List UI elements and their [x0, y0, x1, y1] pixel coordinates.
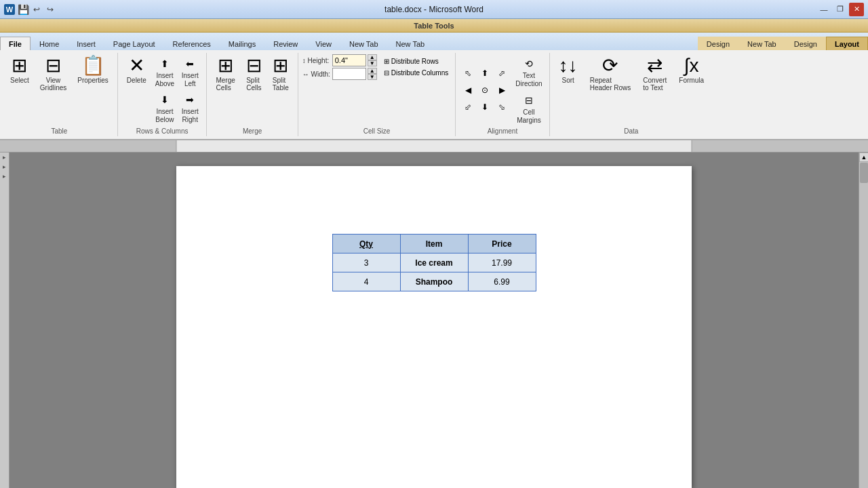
ribbon-group-table: ⊞ Select ⊟ ViewGridlines 📋 Properties Ta…	[1, 53, 118, 136]
gridlines-icon: ⊟	[45, 56, 61, 75]
split-table-icon: ⊞	[273, 56, 288, 75]
properties-button[interactable]: 📋 Properties	[73, 54, 113, 86]
tab-insert[interactable]: Insert	[68, 37, 104, 50]
tab-references[interactable]: References	[164, 37, 220, 50]
text-direction-icon: ⟲	[521, 56, 537, 72]
formula-button[interactable]: ∫x Formula	[674, 54, 709, 86]
header-price: Price	[468, 235, 536, 253]
ribbon: ⊞ Select ⊟ ViewGridlines 📋 Properties Ta…	[0, 50, 868, 140]
sort-icon: ↕↓	[559, 56, 578, 75]
align-tl[interactable]: ⬁	[460, 65, 476, 81]
close-button[interactable]: ✕	[849, 3, 864, 16]
sort-button[interactable]: ↕↓ Sort	[554, 54, 583, 86]
insert-above-icon: ⬆	[157, 56, 173, 72]
split-table-button[interactable]: ⊞ SplitTable	[268, 54, 294, 94]
doc-area: Qty Item Price 3 Ice cream 17.99 4 Shamp…	[9, 152, 859, 488]
width-input[interactable]	[332, 68, 366, 80]
cell-item-2[interactable]: Shampoo	[400, 272, 468, 291]
merge-cells-button[interactable]: ⊞ MergeCells	[211, 54, 239, 94]
restore-button[interactable]: ❐	[833, 3, 848, 16]
scrollbar-vertical[interactable]: ▲ ▼	[859, 152, 868, 488]
width-up[interactable]: ▲	[368, 68, 377, 74]
select-icon: ⊞	[12, 56, 27, 75]
split-cells-button[interactable]: ⊟ SplitCells	[241, 54, 267, 94]
ribbon-group-cell-size: ↕ Height: ▲ ▼ ↔ Width: ▲ ▼	[298, 53, 456, 136]
insert-above-button[interactable]: ⬆ InsertAbove	[153, 54, 177, 89]
cell-size-rows: ↕ Height: ▲ ▼ ↔ Width: ▲ ▼	[302, 54, 451, 80]
minimize-button[interactable]: —	[816, 3, 831, 16]
insert-buttons: ⬆ InsertAbove ⬅ InsertLeft ⬇ InsertBelow…	[153, 54, 203, 125]
delete-icon: ✕	[129, 56, 144, 75]
cell-qty-1[interactable]: 3	[332, 253, 400, 272]
redo-icon[interactable]: ↪	[45, 4, 56, 15]
cell-price-1[interactable]: 17.99	[468, 253, 536, 272]
width-down[interactable]: ▼	[368, 74, 377, 80]
properties-icon: 📋	[81, 56, 105, 75]
height-input[interactable]	[332, 54, 366, 66]
repeat-header-button[interactable]: ⟳ RepeatHeader Rows	[585, 54, 636, 94]
alignment-label: Alignment	[460, 126, 545, 136]
left-indicator-2[interactable]: ▸	[3, 163, 6, 170]
convert-button[interactable]: ⇄ Convertto Text	[638, 54, 671, 94]
distribute-rows-icon: ⊞	[384, 58, 389, 65]
tab-mailings[interactable]: Mailings	[220, 37, 264, 50]
tabletools-label: Table Tools	[414, 22, 454, 30]
tab-review[interactable]: Review	[264, 37, 307, 50]
table-group-label: Table	[5, 126, 113, 136]
distribute-cols-button[interactable]: ⊟ Distribute Columns	[381, 68, 451, 78]
tab-new-tab-2[interactable]: New Tab	[387, 37, 434, 50]
cell-qty-2[interactable]: 4	[332, 272, 400, 291]
table-row-1: 3 Ice cream 17.99	[332, 253, 536, 272]
word-icon[interactable]: W	[4, 4, 15, 15]
rows-cols-label: Rows & Columns	[122, 126, 203, 136]
tab-tt-design2[interactable]: Design	[785, 37, 826, 50]
insert-below-button[interactable]: ⬇ InsertBelow	[153, 90, 177, 125]
merge-group-content: ⊞ MergeCells ⊟ SplitCells ⊞ SplitTable	[211, 54, 293, 126]
align-tc[interactable]: ⬆	[477, 65, 493, 81]
left-indicator-1[interactable]: ▸	[3, 154, 6, 161]
tab-view[interactable]: View	[307, 37, 340, 50]
tab-new-tab-1[interactable]: New Tab	[340, 37, 387, 50]
insert-left-button[interactable]: ⬅ InsertLeft	[178, 54, 202, 89]
svg-rect-1	[0, 140, 176, 152]
tab-tt-newtab[interactable]: New Tab	[738, 37, 785, 50]
align-br[interactable]: ⬂	[494, 99, 510, 115]
view-gridlines-button[interactable]: ⊟ ViewGridlines	[35, 54, 71, 94]
tab-home[interactable]: Home	[31, 37, 68, 50]
distribute-buttons: ⊞ Distribute Rows ⊟ Distribute Columns	[381, 56, 451, 78]
height-up[interactable]: ▲	[368, 54, 377, 60]
tab-page-layout[interactable]: Page Layout	[104, 37, 164, 50]
align-ml[interactable]: ◀	[460, 82, 476, 98]
cell-item-1[interactable]: Ice cream	[400, 253, 468, 272]
left-sidebar: ▸ ▸ ▸	[0, 152, 9, 488]
distribute-rows-button[interactable]: ⊞ Distribute Rows	[381, 56, 451, 66]
align-bl[interactable]: ⬃	[460, 99, 476, 115]
tab-file[interactable]: File	[0, 37, 31, 50]
window-controls: — ❐ ✕	[816, 3, 864, 16]
tab-tt-layout[interactable]: Layout	[826, 37, 868, 50]
cell-margins-button[interactable]: ⊟ CellMargins	[513, 91, 545, 126]
cell-price-2[interactable]: 6.99	[468, 272, 536, 291]
align-bc[interactable]: ⬇	[477, 99, 493, 115]
header-item: Item	[400, 235, 468, 253]
scroll-up-button[interactable]: ▲	[859, 152, 868, 162]
undo-icon[interactable]: ↩	[31, 4, 42, 15]
text-direction-button[interactable]: ⟲ TextDirection	[513, 54, 545, 89]
width-spinner: ▲ ▼	[368, 68, 377, 80]
align-mc[interactable]: ⊙	[477, 82, 493, 98]
table-group-content: ⊞ Select ⊟ ViewGridlines 📋 Properties	[5, 54, 113, 126]
scroll-thumb	[860, 163, 868, 183]
height-down[interactable]: ▼	[368, 60, 377, 66]
align-extra-buttons: ⟲ TextDirection ⊟ CellMargins	[513, 54, 545, 126]
tab-tt-design[interactable]: Design	[698, 37, 738, 50]
select-button[interactable]: ⊞ Select	[5, 54, 34, 86]
insert-right-button[interactable]: ➡ InsertRight	[178, 90, 202, 125]
distribute-cols-label: Distribute Columns	[391, 69, 448, 77]
delete-button[interactable]: ✕ Delete	[122, 54, 151, 86]
save-icon[interactable]: 💾	[18, 4, 28, 15]
left-indicator-3[interactable]: ▸	[3, 173, 6, 180]
align-mr[interactable]: ▶	[494, 82, 510, 98]
window-title: table.docx - Microsoft Word	[384, 5, 484, 14]
formula-icon: ∫x	[684, 56, 699, 75]
align-tr[interactable]: ⬀	[494, 65, 510, 81]
